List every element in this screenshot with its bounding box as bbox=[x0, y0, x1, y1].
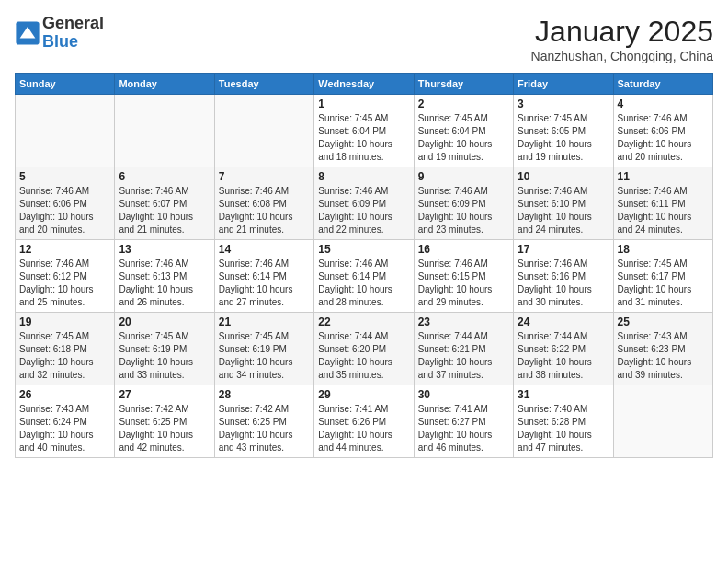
day-info: Sunrise: 7:46 AM Sunset: 6:11 PM Dayligh… bbox=[618, 185, 709, 236]
day-info: Sunrise: 7:46 AM Sunset: 6:09 PM Dayligh… bbox=[318, 185, 409, 236]
day-number: 19 bbox=[19, 316, 110, 328]
day-number: 23 bbox=[418, 316, 509, 328]
day-number: 11 bbox=[618, 170, 709, 183]
day-info: Sunrise: 7:46 AM Sunset: 6:12 PM Dayligh… bbox=[19, 258, 110, 309]
day-number: 22 bbox=[318, 316, 409, 328]
month-title: January 2025 bbox=[531, 15, 713, 49]
column-header-wednesday: Wednesday bbox=[314, 74, 414, 95]
day-number: 20 bbox=[119, 316, 210, 328]
day-number: 1 bbox=[318, 98, 409, 110]
day-number: 27 bbox=[119, 388, 210, 401]
day-number: 17 bbox=[518, 243, 609, 256]
calendar-cell: 11Sunrise: 7:46 AM Sunset: 6:11 PM Dayli… bbox=[613, 167, 712, 240]
day-info: Sunrise: 7:45 AM Sunset: 6:05 PM Dayligh… bbox=[518, 112, 609, 164]
calendar-cell: 8Sunrise: 7:46 AM Sunset: 6:09 PM Daylig… bbox=[314, 167, 414, 240]
calendar-cell: 31Sunrise: 7:40 AM Sunset: 6:28 PM Dayli… bbox=[514, 385, 613, 458]
week-row-1: 1Sunrise: 7:45 AM Sunset: 6:04 PM Daylig… bbox=[16, 95, 713, 167]
day-number: 15 bbox=[318, 243, 409, 256]
day-number: 16 bbox=[418, 243, 509, 256]
calendar-cell bbox=[613, 385, 712, 458]
day-info: Sunrise: 7:46 AM Sunset: 6:14 PM Dayligh… bbox=[318, 258, 409, 309]
day-number: 14 bbox=[219, 243, 310, 256]
calendar-cell: 26Sunrise: 7:43 AM Sunset: 6:24 PM Dayli… bbox=[16, 385, 115, 458]
day-info: Sunrise: 7:44 AM Sunset: 6:20 PM Dayligh… bbox=[318, 330, 409, 382]
column-header-sunday: Sunday bbox=[16, 74, 115, 95]
calendar-cell: 10Sunrise: 7:46 AM Sunset: 6:10 PM Dayli… bbox=[514, 167, 613, 240]
calendar-cell: 24Sunrise: 7:44 AM Sunset: 6:22 PM Dayli… bbox=[514, 313, 613, 385]
calendar-header: SundayMondayTuesdayWednesdayThursdayFrid… bbox=[16, 74, 713, 95]
calendar-cell: 18Sunrise: 7:45 AM Sunset: 6:17 PM Dayli… bbox=[613, 240, 712, 313]
logo-icon bbox=[15, 20, 40, 46]
day-info: Sunrise: 7:42 AM Sunset: 6:25 PM Dayligh… bbox=[219, 403, 310, 454]
day-info: Sunrise: 7:43 AM Sunset: 6:24 PM Dayligh… bbox=[19, 403, 110, 454]
week-row-3: 12Sunrise: 7:46 AM Sunset: 6:12 PM Dayli… bbox=[16, 240, 713, 313]
calendar-cell: 22Sunrise: 7:44 AM Sunset: 6:20 PM Dayli… bbox=[314, 313, 414, 385]
day-number: 2 bbox=[418, 98, 509, 110]
day-number: 30 bbox=[418, 388, 509, 401]
calendar-cell: 12Sunrise: 7:46 AM Sunset: 6:12 PM Dayli… bbox=[16, 240, 115, 313]
calendar-cell: 25Sunrise: 7:43 AM Sunset: 6:23 PM Dayli… bbox=[613, 313, 712, 385]
day-number: 18 bbox=[618, 243, 709, 256]
calendar-cell: 13Sunrise: 7:46 AM Sunset: 6:13 PM Dayli… bbox=[115, 240, 214, 313]
week-row-5: 26Sunrise: 7:43 AM Sunset: 6:24 PM Dayli… bbox=[16, 385, 713, 458]
day-info: Sunrise: 7:46 AM Sunset: 6:15 PM Dayligh… bbox=[418, 258, 509, 309]
day-info: Sunrise: 7:46 AM Sunset: 6:08 PM Dayligh… bbox=[219, 185, 310, 236]
day-info: Sunrise: 7:46 AM Sunset: 6:06 PM Dayligh… bbox=[19, 185, 110, 236]
week-row-2: 5Sunrise: 7:46 AM Sunset: 6:06 PM Daylig… bbox=[16, 167, 713, 240]
calendar-cell: 15Sunrise: 7:46 AM Sunset: 6:14 PM Dayli… bbox=[314, 240, 414, 313]
calendar-cell: 20Sunrise: 7:45 AM Sunset: 6:19 PM Dayli… bbox=[115, 313, 214, 385]
calendar-cell: 3Sunrise: 7:45 AM Sunset: 6:05 PM Daylig… bbox=[514, 95, 613, 167]
day-number: 31 bbox=[518, 388, 609, 401]
day-info: Sunrise: 7:45 AM Sunset: 6:18 PM Dayligh… bbox=[19, 330, 110, 382]
column-header-monday: Monday bbox=[115, 74, 214, 95]
day-info: Sunrise: 7:46 AM Sunset: 6:10 PM Dayligh… bbox=[518, 185, 609, 236]
calendar-cell: 28Sunrise: 7:42 AM Sunset: 6:25 PM Dayli… bbox=[214, 385, 313, 458]
calendar-cell: 19Sunrise: 7:45 AM Sunset: 6:18 PM Dayli… bbox=[16, 313, 115, 385]
day-info: Sunrise: 7:44 AM Sunset: 6:22 PM Dayligh… bbox=[518, 330, 609, 382]
column-header-friday: Friday bbox=[514, 74, 613, 95]
title-block: January 2025 Nanzhushan, Chongqing, Chin… bbox=[531, 15, 713, 63]
day-number: 13 bbox=[119, 243, 210, 256]
calendar-table: SundayMondayTuesdayWednesdayThursdayFrid… bbox=[15, 73, 713, 458]
calendar-cell: 17Sunrise: 7:46 AM Sunset: 6:16 PM Dayli… bbox=[514, 240, 613, 313]
calendar-cell: 21Sunrise: 7:45 AM Sunset: 6:19 PM Dayli… bbox=[214, 313, 313, 385]
logo-text: General Blue bbox=[42, 15, 104, 52]
day-number: 5 bbox=[19, 170, 110, 183]
page-header: General Blue January 2025 Nanzhushan, Ch… bbox=[15, 15, 713, 63]
day-number: 8 bbox=[318, 170, 409, 183]
calendar-cell: 5Sunrise: 7:46 AM Sunset: 6:06 PM Daylig… bbox=[16, 167, 115, 240]
calendar-cell bbox=[115, 95, 214, 167]
day-number: 21 bbox=[219, 316, 310, 328]
day-number: 28 bbox=[219, 388, 310, 401]
calendar-body: 1Sunrise: 7:45 AM Sunset: 6:04 PM Daylig… bbox=[16, 95, 713, 458]
calendar-cell: 16Sunrise: 7:46 AM Sunset: 6:15 PM Dayli… bbox=[414, 240, 513, 313]
day-number: 10 bbox=[518, 170, 609, 183]
day-number: 7 bbox=[219, 170, 310, 183]
day-info: Sunrise: 7:46 AM Sunset: 6:09 PM Dayligh… bbox=[418, 185, 509, 236]
day-info: Sunrise: 7:42 AM Sunset: 6:25 PM Dayligh… bbox=[119, 403, 210, 454]
day-info: Sunrise: 7:46 AM Sunset: 6:06 PM Dayligh… bbox=[618, 112, 709, 164]
calendar-cell: 14Sunrise: 7:46 AM Sunset: 6:14 PM Dayli… bbox=[214, 240, 313, 313]
header-row: SundayMondayTuesdayWednesdayThursdayFrid… bbox=[16, 74, 713, 95]
day-info: Sunrise: 7:40 AM Sunset: 6:28 PM Dayligh… bbox=[518, 403, 609, 454]
calendar-cell: 4Sunrise: 7:46 AM Sunset: 6:06 PM Daylig… bbox=[613, 95, 712, 167]
day-number: 25 bbox=[618, 316, 709, 328]
calendar-cell: 29Sunrise: 7:41 AM Sunset: 6:26 PM Dayli… bbox=[314, 385, 414, 458]
column-header-saturday: Saturday bbox=[613, 74, 712, 95]
day-info: Sunrise: 7:46 AM Sunset: 6:07 PM Dayligh… bbox=[119, 185, 210, 236]
week-row-4: 19Sunrise: 7:45 AM Sunset: 6:18 PM Dayli… bbox=[16, 313, 713, 385]
logo-general: General bbox=[42, 15, 104, 33]
calendar-cell bbox=[16, 95, 115, 167]
day-info: Sunrise: 7:45 AM Sunset: 6:17 PM Dayligh… bbox=[618, 258, 709, 309]
calendar-cell: 9Sunrise: 7:46 AM Sunset: 6:09 PM Daylig… bbox=[414, 167, 513, 240]
day-info: Sunrise: 7:46 AM Sunset: 6:14 PM Dayligh… bbox=[219, 258, 310, 309]
day-info: Sunrise: 7:46 AM Sunset: 6:13 PM Dayligh… bbox=[119, 258, 210, 309]
column-header-tuesday: Tuesday bbox=[214, 74, 313, 95]
day-number: 24 bbox=[518, 316, 609, 328]
logo-blue: Blue bbox=[42, 33, 104, 52]
calendar-cell: 27Sunrise: 7:42 AM Sunset: 6:25 PM Dayli… bbox=[115, 385, 214, 458]
calendar-cell: 1Sunrise: 7:45 AM Sunset: 6:04 PM Daylig… bbox=[314, 95, 414, 167]
day-number: 4 bbox=[618, 98, 709, 110]
calendar-cell: 30Sunrise: 7:41 AM Sunset: 6:27 PM Dayli… bbox=[414, 385, 513, 458]
day-info: Sunrise: 7:45 AM Sunset: 6:04 PM Dayligh… bbox=[418, 112, 509, 164]
